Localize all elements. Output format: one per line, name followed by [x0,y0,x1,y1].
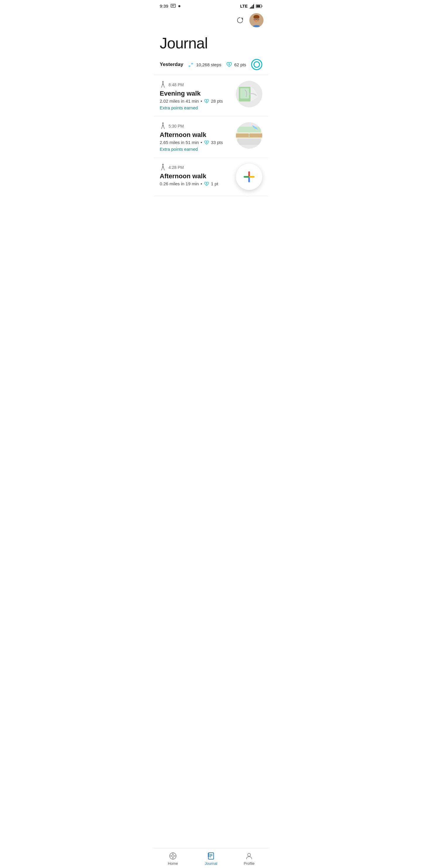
walk-icon [160,81,166,89]
page-title: Journal [154,30,268,54]
activity-content: 4:28 PM Afternoon walk 0.26 miles in 19 … [160,164,232,188]
points-stat: 62 pts [226,62,246,67]
extra-points-label: Extra points earned [160,147,232,152]
svg-rect-14 [257,19,259,20]
activity-stats: 0.26 miles in 19 min • 1 pt [160,181,232,186]
svg-rect-30 [237,138,261,145]
svg-point-16 [188,65,191,67]
walk-icon [160,122,166,130]
steps-icon [188,62,194,67]
top-actions [154,11,268,30]
activity-time: 4:28 PM [168,165,184,170]
activity-points: 28 pts [211,98,223,103]
extra-points-label: Extra points earned [160,105,232,110]
signal-icon [249,4,254,8]
activity-name: Evening walk [160,90,232,97]
heart-steps-icon [226,62,232,67]
svg-marker-5 [251,5,253,7]
activity-distance: 2.65 miles in 51 min [160,140,199,145]
activity-time: 5:30 PM [168,124,184,128]
svg-rect-7 [256,5,260,7]
svg-rect-12 [254,17,259,18]
network-label: LTE [240,4,248,8]
heart-icon [204,99,209,103]
svg-rect-13 [254,19,256,20]
svg-rect-0 [171,4,175,7]
activity-list: 8:48 PM Evening walk 2.02 miles in 41 mi… [154,75,268,196]
activity-map [236,81,262,107]
svg-point-17 [191,63,193,64]
status-bar: 9:39 LTE [154,0,268,11]
day-summary: Yesterday 10,268 steps 62 pts [154,54,268,75]
steps-stat: 10,268 steps [188,62,221,67]
activity-stats: 2.02 miles in 41 min • 28 pts [160,98,232,103]
avatar[interactable] [249,13,263,27]
goal-inner [254,61,260,68]
activity-map [236,122,262,149]
points-value: 62 pts [234,62,246,67]
walk-icon [160,164,166,171]
activity-points: 33 pts [211,140,223,145]
activity-item[interactable]: 8:48 PM Evening walk 2.02 miles in 41 mi… [154,75,268,116]
message-icon [170,4,176,8]
activity-stats: 2.65 miles in 51 min • 33 pts [160,140,232,145]
svg-rect-8 [262,5,262,7]
steps-value: 10,268 steps [196,62,221,67]
goal-badge[interactable] [251,59,262,70]
heart-icon [204,182,209,186]
add-activity-button[interactable] [236,164,262,190]
activity-name: Afternoon walk [160,173,232,180]
heart-icon [204,140,209,145]
activity-content: 5:30 PM Afternoon walk 2.65 miles in 51 … [160,122,232,152]
day-label: Yesterday [160,62,183,67]
activity-points: 1 pt [211,181,218,186]
activity-content: 8:48 PM Evening walk 2.02 miles in 41 mi… [160,81,232,110]
activity-distance: 2.02 miles in 41 min [160,98,199,103]
svg-rect-29 [237,127,261,132]
battery-icon [256,4,262,8]
activity-time: 8:48 PM [168,83,184,87]
activity-distance: 0.26 miles in 19 min [160,181,199,186]
status-time: 9:39 [160,3,168,8]
activity-item[interactable]: 4:28 PM Afternoon walk 0.26 miles in 19 … [154,158,268,196]
dot-icon [178,5,181,7]
svg-point-32 [162,164,164,165]
svg-point-19 [162,81,164,83]
refresh-button[interactable] [234,14,246,26]
svg-point-3 [178,5,181,7]
activity-name: Afternoon walk [160,131,232,139]
svg-point-24 [162,123,164,124]
activity-item[interactable]: 5:30 PM Afternoon walk 2.65 miles in 51 … [154,116,268,158]
